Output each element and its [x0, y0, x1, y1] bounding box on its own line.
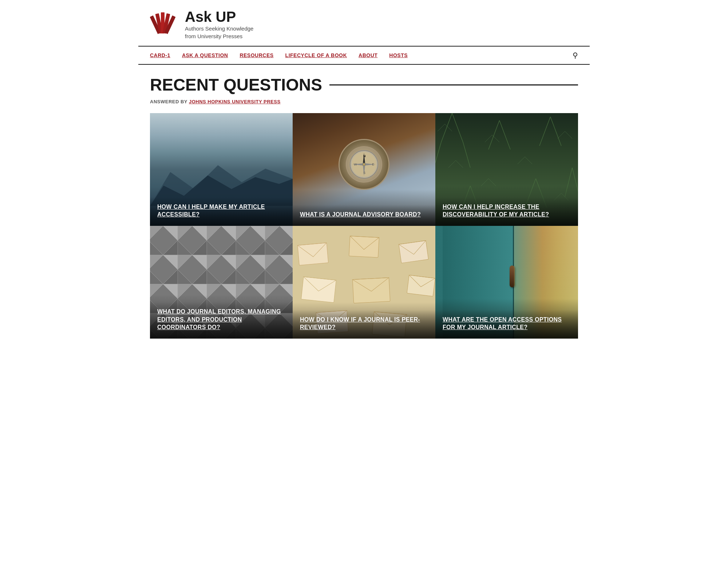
- svg-line-21: [463, 142, 470, 168]
- logo-area[interactable]: Ask UP Authors Seeking Knowledge from Un…: [150, 9, 253, 40]
- question-card-6[interactable]: WHAT ARE THE OPEN ACCESS OPTIONS FOR MY …: [435, 226, 578, 339]
- svg-text:W: W: [354, 163, 357, 166]
- question-card-1[interactable]: HOW CAN I HELP MAKE MY ARTICLE ACCESSIBL…: [150, 113, 293, 226]
- question-card-5[interactable]: HOW DO I KNOW IF A JOURNAL IS PEER-REVIE…: [293, 226, 435, 339]
- svg-line-32: [438, 124, 445, 131]
- card-6-title[interactable]: WHAT ARE THE OPEN ACCESS OPTIONS FOR MY …: [443, 316, 562, 331]
- card-5-title[interactable]: HOW DO I KNOW IF A JOURNAL IS PEER-REVIE…: [300, 316, 420, 331]
- title-divider: [329, 84, 578, 85]
- site-title: Ask UP: [185, 9, 253, 25]
- svg-line-40: [518, 157, 525, 164]
- question-card-2[interactable]: N S E W WHAT IS A JOURNAL ADVISORY BOARD…: [293, 113, 435, 226]
- nav-hosts[interactable]: HOSTS: [389, 52, 408, 58]
- svg-rect-61: [301, 277, 336, 303]
- svg-line-35: [492, 135, 499, 142]
- card-6-overlay: WHAT ARE THE OPEN ACCESS OPTIONS FOR MY …: [435, 310, 578, 339]
- svg-line-43: [488, 179, 496, 186]
- svg-line-37: [565, 131, 572, 139]
- card-3-title[interactable]: HOW CAN I HELP INCREASE THE DISCOVERABIL…: [443, 204, 549, 218]
- svg-rect-63: [352, 277, 390, 303]
- question-card-3[interactable]: HOW CAN I HELP INCREASE THE DISCOVERABIL…: [435, 113, 578, 226]
- svg-text:N: N: [363, 154, 366, 158]
- svg-rect-55: [298, 243, 328, 265]
- card-5-overlay: HOW DO I KNOW IF A JOURNAL IS PEER-REVIE…: [293, 310, 435, 339]
- logo-text-area: Ask UP Authors Seeking Knowledge from Un…: [185, 9, 253, 40]
- card-3-overlay: HOW CAN I HELP INCREASE THE DISCOVERABIL…: [435, 197, 578, 226]
- svg-line-19: [452, 113, 463, 142]
- site-subtitle: Authors Seeking Knowledge from Universit…: [185, 25, 253, 40]
- page-title-section: RECENT QUESTIONS: [138, 65, 590, 97]
- nav-about[interactable]: ABOUT: [359, 52, 377, 58]
- svg-line-34: [485, 135, 492, 142]
- card-1-overlay: HOW CAN I HELP MAKE MY ARTICLE ACCESSIBL…: [150, 197, 293, 226]
- svg-line-22: [488, 120, 499, 149]
- svg-line-42: [481, 179, 488, 186]
- svg-rect-65: [407, 275, 435, 296]
- nav-lifecycle[interactable]: LIFECYCLE OF A BOOK: [285, 52, 347, 58]
- svg-text:E: E: [372, 163, 374, 166]
- svg-line-24: [539, 117, 550, 146]
- nav-links: card-1 ASK A QUESTION RESOURCES LIFECYCL…: [150, 52, 408, 58]
- page-title: RECENT QUESTIONS: [150, 75, 322, 95]
- svg-line-41: [525, 157, 532, 164]
- svg-rect-59: [399, 240, 429, 263]
- svg-line-38: [448, 160, 456, 168]
- compass-face: N S E W: [349, 150, 379, 179]
- main-nav: card-1 ASK A QUESTION RESOURCES LIFECYCL…: [138, 46, 590, 65]
- answered-by-section: ANSWERED BY JOHNS HOPKINS UNIVERSITY PRE…: [138, 97, 590, 113]
- question-card-4[interactable]: WHAT DO JOURNAL EDITORS, MANAGING EDITOR…: [150, 226, 293, 339]
- svg-text:S: S: [363, 171, 365, 175]
- svg-line-25: [550, 117, 561, 146]
- svg-line-18: [441, 113, 452, 142]
- nav-ask-question[interactable]: ASK A QUESTION: [182, 52, 228, 58]
- svg-point-17: [363, 163, 365, 166]
- svg-line-20: [435, 142, 441, 168]
- card-2-overlay: WHAT IS A JOURNAL ADVISORY BOARD?: [293, 205, 435, 226]
- site-header: Ask UP Authors Seeking Knowledge from Un…: [138, 0, 590, 46]
- answered-by-link[interactable]: JOHNS HOPKINS UNIVERSITY PRESS: [189, 99, 281, 104]
- logo-icon: [150, 10, 179, 39]
- card-2-title[interactable]: WHAT IS A JOURNAL ADVISORY BOARD?: [300, 211, 421, 217]
- card-1-title[interactable]: HOW CAN I HELP MAKE MY ARTICLE ACCESSIBL…: [157, 204, 265, 218]
- card-4-title[interactable]: WHAT DO JOURNAL EDITORS, MANAGING EDITOR…: [157, 308, 281, 330]
- questions-grid: HOW CAN I HELP MAKE MY ARTICLE ACCESSIBL…: [138, 113, 590, 350]
- svg-line-36: [558, 131, 565, 139]
- card-4-overlay: WHAT DO JOURNAL EDITORS, MANAGING EDITOR…: [150, 302, 293, 339]
- nav-resources[interactable]: RESOURCES: [240, 52, 273, 58]
- nav-get-answers[interactable]: card-1: [150, 52, 170, 58]
- search-icon[interactable]: ⚲: [573, 51, 578, 60]
- svg-line-23: [499, 120, 510, 149]
- svg-line-39: [456, 160, 463, 168]
- compass-inner: N S E W: [346, 146, 382, 183]
- compass-decoration: N S E W: [339, 139, 389, 190]
